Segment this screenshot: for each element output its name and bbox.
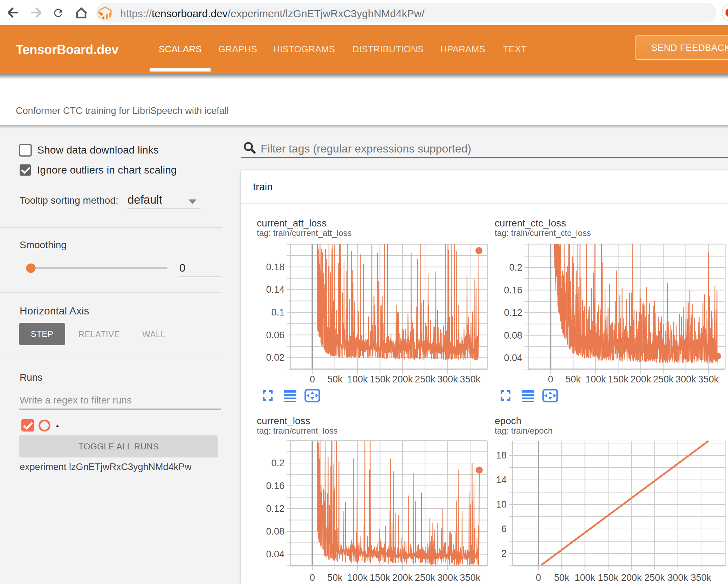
svg-text:2: 2 — [501, 548, 507, 559]
svg-text:0.02: 0.02 — [266, 352, 284, 363]
svg-text:100k: 100k — [585, 374, 606, 385]
svg-text:0.08: 0.08 — [504, 330, 522, 341]
svg-text:350k: 350k — [691, 572, 712, 583]
svg-text:100k: 100k — [575, 572, 595, 583]
svg-text:300k: 300k — [675, 374, 696, 385]
svg-text:200k: 200k — [621, 572, 642, 583]
svg-text:0.08: 0.08 — [266, 526, 284, 537]
svg-text:0.2: 0.2 — [509, 262, 522, 273]
svg-text:0.12: 0.12 — [266, 503, 284, 514]
svg-text:350k: 350k — [460, 374, 481, 385]
svg-text:50k: 50k — [554, 572, 570, 583]
svg-text:0.12: 0.12 — [504, 307, 522, 318]
svg-text:10: 10 — [496, 499, 507, 510]
svg-text:350k: 350k — [698, 374, 719, 385]
svg-text:0: 0 — [310, 374, 315, 385]
svg-text:150k: 150k — [370, 572, 390, 583]
svg-text:0.2: 0.2 — [271, 458, 284, 468]
svg-text:250k: 250k — [644, 572, 665, 583]
svg-text:200k: 200k — [392, 374, 413, 385]
svg-text:100k: 100k — [347, 572, 368, 583]
svg-text:50k: 50k — [565, 374, 581, 385]
svg-text:300k: 300k — [437, 572, 458, 583]
svg-text:0: 0 — [536, 572, 541, 583]
svg-text:0.1: 0.1 — [271, 307, 284, 318]
svg-text:0: 0 — [310, 572, 315, 583]
svg-text:300k: 300k — [668, 572, 688, 583]
svg-text:300k: 300k — [437, 374, 458, 385]
svg-text:0.18: 0.18 — [266, 262, 284, 272]
svg-text:150k: 150k — [608, 374, 629, 385]
svg-text:250k: 250k — [415, 374, 435, 385]
svg-text:0.14: 0.14 — [266, 284, 284, 295]
svg-text:6: 6 — [501, 524, 507, 534]
svg-text:0: 0 — [548, 374, 553, 385]
svg-text:0.16: 0.16 — [504, 285, 522, 296]
svg-text:50k: 50k — [327, 572, 343, 583]
svg-text:100k: 100k — [347, 374, 368, 385]
svg-text:150k: 150k — [370, 374, 390, 385]
svg-text:200k: 200k — [631, 374, 651, 385]
svg-text:18: 18 — [496, 450, 507, 461]
svg-text:0.04: 0.04 — [504, 353, 522, 363]
svg-text:250k: 250k — [653, 374, 674, 385]
svg-text:14: 14 — [496, 475, 507, 485]
svg-text:250k: 250k — [415, 572, 435, 583]
svg-text:50k: 50k — [327, 374, 343, 385]
svg-text:200k: 200k — [392, 572, 413, 583]
svg-text:0.16: 0.16 — [266, 481, 284, 491]
svg-text:150k: 150k — [598, 572, 619, 583]
svg-text:350k: 350k — [460, 572, 481, 583]
svg-text:0.04: 0.04 — [266, 549, 284, 559]
svg-text:0.06: 0.06 — [266, 330, 284, 340]
